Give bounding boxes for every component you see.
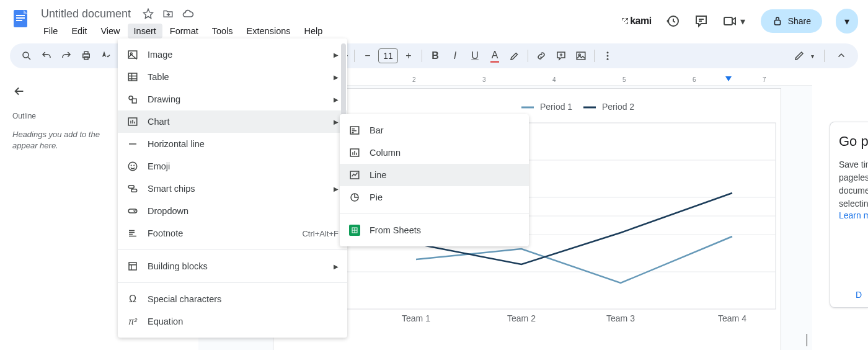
editing-caret-icon[interactable]: ▾	[811, 53, 814, 60]
outline-back-icon[interactable]	[12, 84, 27, 99]
history-icon[interactable]	[665, 14, 680, 29]
svg-rect-33	[128, 186, 134, 189]
redo-icon[interactable]	[57, 47, 76, 65]
insert-dropdown: Image▶ Table▶ Drawing▶ Chart▶ Horizontal…	[118, 38, 347, 338]
chevron-right-icon: ▶	[334, 96, 339, 103]
hline-icon	[126, 138, 139, 150]
chart-pie[interactable]: Pie	[340, 186, 529, 209]
editing-mode-icon[interactable]	[790, 47, 808, 65]
document-title[interactable]: Untitled document	[37, 6, 135, 22]
xtick: Team 2	[507, 313, 536, 323]
share-label: Share	[788, 16, 811, 26]
app-header: Untitled document File Edit View Insert …	[0, 0, 868, 38]
svg-point-15	[607, 58, 609, 60]
separator	[422, 50, 422, 62]
text-color-icon[interactable]: A	[485, 47, 504, 65]
font-size-input[interactable]: 11	[378, 48, 398, 63]
chart-column[interactable]: Column	[340, 141, 529, 164]
svg-rect-1	[16, 15, 25, 16]
dropdown-icon	[126, 205, 139, 217]
promo-dismiss[interactable]: D	[856, 290, 862, 300]
promo-learn-more[interactable]: Learn m	[839, 210, 868, 220]
move-icon[interactable]	[162, 7, 174, 20]
blocks-icon	[126, 260, 139, 272]
kami-extension[interactable]: kami	[621, 16, 651, 27]
insert-chart[interactable]: Chart▶	[118, 110, 347, 133]
chevron-right-icon: ▶	[334, 186, 339, 192]
insert-emoji[interactable]: Emoji	[118, 155, 347, 177]
menu-tools[interactable]: Tools	[206, 24, 239, 38]
insert-drawing[interactable]: Drawing▶	[118, 88, 347, 110]
more-icon[interactable]	[598, 47, 617, 65]
insert-footnote[interactable]: FootnoteCtrl+Alt+F	[118, 222, 347, 245]
font-size-plus-icon[interactable]: +	[399, 47, 418, 65]
insert-link-icon[interactable]	[532, 47, 551, 65]
comments-icon[interactable]	[694, 14, 709, 29]
cloud-status-icon[interactable]	[182, 7, 194, 20]
docs-logo[interactable]	[10, 7, 32, 30]
image-icon	[126, 48, 139, 61]
collapse-icon[interactable]	[832, 47, 851, 65]
separator	[594, 50, 595, 62]
insert-table[interactable]: Table▶	[118, 66, 347, 88]
separator	[354, 50, 355, 62]
bold-icon[interactable]: B	[426, 47, 445, 65]
outline-title: Outline	[12, 112, 105, 120]
meet-icon[interactable]	[722, 14, 737, 29]
menu-help[interactable]: Help	[298, 24, 329, 38]
ruler-tick: 7	[763, 76, 766, 83]
search-icon[interactable]	[17, 47, 36, 65]
xtick: Team 3	[606, 313, 635, 323]
dropdown-scrollbar[interactable]	[341, 43, 346, 118]
insert-special-chars[interactable]: ΩSpecial characters	[118, 288, 347, 310]
insert-dropdown-chip[interactable]: Dropdown	[118, 200, 347, 222]
svg-point-13	[607, 52, 609, 53]
print-icon[interactable]	[77, 47, 95, 65]
table-icon	[126, 71, 139, 83]
menu-format[interactable]: Format	[164, 24, 205, 38]
promo-line: Save tin	[839, 158, 868, 171]
shortcut: Ctrl+Alt+F	[302, 229, 339, 238]
undo-icon[interactable]	[37, 47, 56, 65]
menu-extensions[interactable]: Extensions	[241, 24, 297, 38]
insert-image[interactable]: Image▶	[118, 43, 347, 66]
menu-edit[interactable]: Edit	[65, 24, 93, 38]
promo-line: pageles	[839, 171, 868, 184]
svg-point-31	[131, 165, 131, 166]
chart-from-sheets[interactable]: From Sheets	[340, 219, 529, 241]
insert-equation[interactable]: π²Equation	[118, 310, 347, 333]
menu-view[interactable]: View	[94, 24, 126, 38]
svg-rect-9	[84, 52, 88, 54]
insert-hline[interactable]: Horizontal line	[118, 133, 347, 155]
legend-period1: Period 1	[540, 102, 572, 112]
menu-insert[interactable]: Insert	[128, 24, 162, 38]
menu-file[interactable]: File	[37, 24, 64, 38]
share-button[interactable]: Share	[761, 9, 822, 33]
outline-hint: Headings you add to the appear here.	[12, 129, 105, 151]
add-comment-icon[interactable]	[552, 47, 570, 65]
meet-caret-icon[interactable]: ▾	[738, 14, 747, 29]
svg-rect-26	[128, 73, 137, 81]
tab-marker-icon[interactable]	[725, 76, 732, 81]
chart-line[interactable]: Line	[340, 164, 529, 186]
underline-icon[interactable]: U	[466, 47, 484, 65]
separator	[528, 50, 528, 62]
line-chart-icon	[348, 169, 361, 181]
share-caret[interactable]: ▾	[836, 9, 858, 34]
pageless-promo-panel: Go p Save tin pageles docume selectin Le…	[830, 122, 868, 308]
insert-building-blocks[interactable]: Building blocks▶	[118, 255, 347, 277]
ruler-tick: 6	[693, 76, 696, 83]
italic-icon[interactable]: I	[446, 47, 464, 65]
chart-bar[interactable]: Bar	[340, 119, 529, 141]
chart-icon	[126, 115, 139, 128]
spellcheck-icon[interactable]	[97, 47, 115, 65]
svg-rect-24	[128, 51, 137, 58]
footnote-icon	[126, 227, 139, 240]
highlight-icon[interactable]	[505, 47, 524, 65]
font-size-minus-icon[interactable]: −	[358, 47, 377, 65]
star-icon[interactable]	[142, 7, 154, 20]
svg-point-7	[23, 52, 29, 58]
insert-smart-chips[interactable]: Smart chips▶	[118, 177, 347, 200]
chart-submenu: Bar Column Line Pie From Sheets	[340, 114, 529, 246]
insert-image-icon[interactable]	[572, 47, 590, 65]
